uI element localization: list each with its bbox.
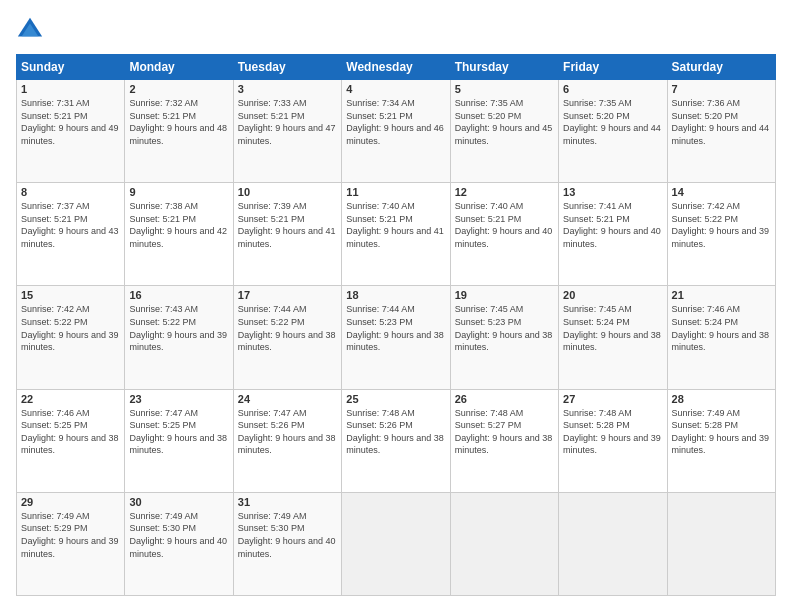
day-cell: 8 Sunrise: 7:37 AM Sunset: 5:21 PM Dayli… bbox=[17, 183, 125, 286]
day-info: Sunrise: 7:41 AM Sunset: 5:21 PM Dayligh… bbox=[563, 200, 662, 250]
day-number: 26 bbox=[455, 393, 554, 405]
day-cell: 6 Sunrise: 7:35 AM Sunset: 5:20 PM Dayli… bbox=[559, 80, 667, 183]
week-row-3: 15 Sunrise: 7:42 AM Sunset: 5:22 PM Dayl… bbox=[17, 286, 776, 389]
calendar-page: Sunday Monday Tuesday Wednesday Thursday… bbox=[0, 0, 792, 612]
day-cell: 31 Sunrise: 7:49 AM Sunset: 5:30 PM Dayl… bbox=[233, 492, 341, 595]
day-cell: 21 Sunrise: 7:46 AM Sunset: 5:24 PM Dayl… bbox=[667, 286, 775, 389]
day-info: Sunrise: 7:47 AM Sunset: 5:26 PM Dayligh… bbox=[238, 407, 337, 457]
day-cell: 5 Sunrise: 7:35 AM Sunset: 5:20 PM Dayli… bbox=[450, 80, 558, 183]
day-cell: 24 Sunrise: 7:47 AM Sunset: 5:26 PM Dayl… bbox=[233, 389, 341, 492]
day-cell: 20 Sunrise: 7:45 AM Sunset: 5:24 PM Dayl… bbox=[559, 286, 667, 389]
day-info: Sunrise: 7:48 AM Sunset: 5:26 PM Dayligh… bbox=[346, 407, 445, 457]
day-number: 8 bbox=[21, 186, 120, 198]
day-info: Sunrise: 7:49 AM Sunset: 5:28 PM Dayligh… bbox=[672, 407, 771, 457]
day-number: 16 bbox=[129, 289, 228, 301]
day-number: 10 bbox=[238, 186, 337, 198]
day-info: Sunrise: 7:46 AM Sunset: 5:24 PM Dayligh… bbox=[672, 303, 771, 353]
col-monday: Monday bbox=[125, 55, 233, 80]
day-number: 21 bbox=[672, 289, 771, 301]
day-number: 30 bbox=[129, 496, 228, 508]
day-info: Sunrise: 7:44 AM Sunset: 5:23 PM Dayligh… bbox=[346, 303, 445, 353]
day-info: Sunrise: 7:40 AM Sunset: 5:21 PM Dayligh… bbox=[455, 200, 554, 250]
day-number: 14 bbox=[672, 186, 771, 198]
day-cell: 9 Sunrise: 7:38 AM Sunset: 5:21 PM Dayli… bbox=[125, 183, 233, 286]
day-number: 5 bbox=[455, 83, 554, 95]
calendar-header: Sunday Monday Tuesday Wednesday Thursday… bbox=[17, 55, 776, 80]
day-info: Sunrise: 7:34 AM Sunset: 5:21 PM Dayligh… bbox=[346, 97, 445, 147]
day-number: 4 bbox=[346, 83, 445, 95]
day-info: Sunrise: 7:35 AM Sunset: 5:20 PM Dayligh… bbox=[455, 97, 554, 147]
day-cell: 12 Sunrise: 7:40 AM Sunset: 5:21 PM Dayl… bbox=[450, 183, 558, 286]
day-number: 27 bbox=[563, 393, 662, 405]
day-info: Sunrise: 7:49 AM Sunset: 5:29 PM Dayligh… bbox=[21, 510, 120, 560]
day-number: 22 bbox=[21, 393, 120, 405]
day-info: Sunrise: 7:40 AM Sunset: 5:21 PM Dayligh… bbox=[346, 200, 445, 250]
day-number: 15 bbox=[21, 289, 120, 301]
day-number: 6 bbox=[563, 83, 662, 95]
day-cell bbox=[450, 492, 558, 595]
day-cell: 15 Sunrise: 7:42 AM Sunset: 5:22 PM Dayl… bbox=[17, 286, 125, 389]
day-cell: 3 Sunrise: 7:33 AM Sunset: 5:21 PM Dayli… bbox=[233, 80, 341, 183]
day-info: Sunrise: 7:46 AM Sunset: 5:25 PM Dayligh… bbox=[21, 407, 120, 457]
day-cell: 4 Sunrise: 7:34 AM Sunset: 5:21 PM Dayli… bbox=[342, 80, 450, 183]
day-cell: 26 Sunrise: 7:48 AM Sunset: 5:27 PM Dayl… bbox=[450, 389, 558, 492]
day-info: Sunrise: 7:39 AM Sunset: 5:21 PM Dayligh… bbox=[238, 200, 337, 250]
logo bbox=[16, 16, 48, 44]
day-number: 20 bbox=[563, 289, 662, 301]
day-info: Sunrise: 7:45 AM Sunset: 5:24 PM Dayligh… bbox=[563, 303, 662, 353]
day-cell: 16 Sunrise: 7:43 AM Sunset: 5:22 PM Dayl… bbox=[125, 286, 233, 389]
day-number: 2 bbox=[129, 83, 228, 95]
day-number: 31 bbox=[238, 496, 337, 508]
day-number: 13 bbox=[563, 186, 662, 198]
calendar-table: Sunday Monday Tuesday Wednesday Thursday… bbox=[16, 54, 776, 596]
day-number: 7 bbox=[672, 83, 771, 95]
day-number: 11 bbox=[346, 186, 445, 198]
day-info: Sunrise: 7:48 AM Sunset: 5:27 PM Dayligh… bbox=[455, 407, 554, 457]
day-info: Sunrise: 7:42 AM Sunset: 5:22 PM Dayligh… bbox=[21, 303, 120, 353]
day-cell bbox=[667, 492, 775, 595]
col-friday: Friday bbox=[559, 55, 667, 80]
day-cell: 2 Sunrise: 7:32 AM Sunset: 5:21 PM Dayli… bbox=[125, 80, 233, 183]
day-number: 19 bbox=[455, 289, 554, 301]
day-number: 18 bbox=[346, 289, 445, 301]
day-cell: 30 Sunrise: 7:49 AM Sunset: 5:30 PM Dayl… bbox=[125, 492, 233, 595]
day-cell bbox=[342, 492, 450, 595]
col-thursday: Thursday bbox=[450, 55, 558, 80]
header-row: Sunday Monday Tuesday Wednesday Thursday… bbox=[17, 55, 776, 80]
col-saturday: Saturday bbox=[667, 55, 775, 80]
day-number: 1 bbox=[21, 83, 120, 95]
day-info: Sunrise: 7:47 AM Sunset: 5:25 PM Dayligh… bbox=[129, 407, 228, 457]
day-cell: 14 Sunrise: 7:42 AM Sunset: 5:22 PM Dayl… bbox=[667, 183, 775, 286]
day-number: 28 bbox=[672, 393, 771, 405]
day-info: Sunrise: 7:36 AM Sunset: 5:20 PM Dayligh… bbox=[672, 97, 771, 147]
week-row-2: 8 Sunrise: 7:37 AM Sunset: 5:21 PM Dayli… bbox=[17, 183, 776, 286]
day-info: Sunrise: 7:33 AM Sunset: 5:21 PM Dayligh… bbox=[238, 97, 337, 147]
week-row-1: 1 Sunrise: 7:31 AM Sunset: 5:21 PM Dayli… bbox=[17, 80, 776, 183]
day-number: 23 bbox=[129, 393, 228, 405]
day-cell: 18 Sunrise: 7:44 AM Sunset: 5:23 PM Dayl… bbox=[342, 286, 450, 389]
day-cell: 1 Sunrise: 7:31 AM Sunset: 5:21 PM Dayli… bbox=[17, 80, 125, 183]
day-cell: 10 Sunrise: 7:39 AM Sunset: 5:21 PM Dayl… bbox=[233, 183, 341, 286]
col-tuesday: Tuesday bbox=[233, 55, 341, 80]
day-info: Sunrise: 7:49 AM Sunset: 5:30 PM Dayligh… bbox=[238, 510, 337, 560]
day-cell: 28 Sunrise: 7:49 AM Sunset: 5:28 PM Dayl… bbox=[667, 389, 775, 492]
day-info: Sunrise: 7:35 AM Sunset: 5:20 PM Dayligh… bbox=[563, 97, 662, 147]
day-info: Sunrise: 7:44 AM Sunset: 5:22 PM Dayligh… bbox=[238, 303, 337, 353]
day-number: 25 bbox=[346, 393, 445, 405]
day-cell: 25 Sunrise: 7:48 AM Sunset: 5:26 PM Dayl… bbox=[342, 389, 450, 492]
day-info: Sunrise: 7:42 AM Sunset: 5:22 PM Dayligh… bbox=[672, 200, 771, 250]
day-number: 12 bbox=[455, 186, 554, 198]
day-cell: 29 Sunrise: 7:49 AM Sunset: 5:29 PM Dayl… bbox=[17, 492, 125, 595]
col-wednesday: Wednesday bbox=[342, 55, 450, 80]
day-cell bbox=[559, 492, 667, 595]
day-cell: 22 Sunrise: 7:46 AM Sunset: 5:25 PM Dayl… bbox=[17, 389, 125, 492]
day-cell: 19 Sunrise: 7:45 AM Sunset: 5:23 PM Dayl… bbox=[450, 286, 558, 389]
day-number: 3 bbox=[238, 83, 337, 95]
day-number: 24 bbox=[238, 393, 337, 405]
header bbox=[16, 16, 776, 44]
day-number: 17 bbox=[238, 289, 337, 301]
day-cell: 23 Sunrise: 7:47 AM Sunset: 5:25 PM Dayl… bbox=[125, 389, 233, 492]
day-cell: 27 Sunrise: 7:48 AM Sunset: 5:28 PM Dayl… bbox=[559, 389, 667, 492]
day-info: Sunrise: 7:31 AM Sunset: 5:21 PM Dayligh… bbox=[21, 97, 120, 147]
day-info: Sunrise: 7:48 AM Sunset: 5:28 PM Dayligh… bbox=[563, 407, 662, 457]
